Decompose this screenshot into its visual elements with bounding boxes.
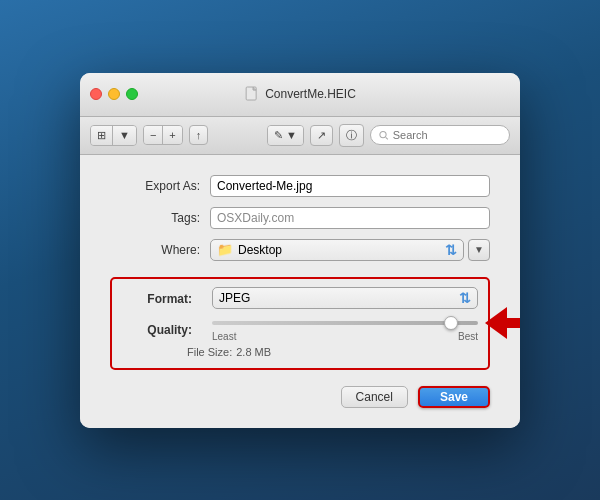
main-window: ConvertMe.HEIC ⊞ ▼ − + ↑ ✎ ▼ ↗ ⓘ xyxy=(80,73,520,428)
where-chevron-icon: ⇅ xyxy=(445,242,457,258)
red-arrow xyxy=(485,307,520,339)
arrow-shaft xyxy=(507,318,520,328)
zoom-in-button[interactable]: + xyxy=(163,126,181,144)
close-button[interactable] xyxy=(90,88,102,100)
window-title: ConvertMe.HEIC xyxy=(244,86,356,102)
view-toggle-group[interactable]: ⊞ ▼ xyxy=(90,125,137,146)
zoom-group[interactable]: − + xyxy=(143,125,183,145)
slider-thumb[interactable] xyxy=(444,316,458,330)
where-row: Where: 📁 Desktop ⇅ ▼ xyxy=(110,239,490,261)
folder-icon: 📁 xyxy=(217,242,233,257)
cancel-button[interactable]: Cancel xyxy=(341,386,408,408)
format-section: Format: JPEG ⇅ Quality: xyxy=(110,277,490,370)
tags-row: Tags: xyxy=(110,207,490,229)
save-button[interactable]: Save xyxy=(418,386,490,408)
quality-best-label: Best xyxy=(458,331,478,342)
minimize-button[interactable] xyxy=(108,88,120,100)
export-as-input[interactable] xyxy=(210,175,490,197)
search-box[interactable] xyxy=(370,125,510,145)
titlebar: ConvertMe.HEIC xyxy=(80,73,520,117)
slider-labels: Least Best xyxy=(212,331,478,342)
svg-point-1 xyxy=(380,131,386,137)
edit-button[interactable]: ✎ ▼ xyxy=(268,126,303,145)
quality-least-label: Least xyxy=(212,331,236,342)
file-size-label: File Size: xyxy=(187,346,232,358)
where-select[interactable]: 📁 Desktop ⇅ xyxy=(210,239,464,261)
svg-line-2 xyxy=(386,137,388,139)
where-select-wrap: 📁 Desktop ⇅ ▼ xyxy=(210,239,490,261)
expand-button[interactable]: ▼ xyxy=(468,239,490,261)
format-select[interactable]: JPEG ⇅ xyxy=(212,287,478,309)
export-as-row: Export As: xyxy=(110,175,490,197)
arrow-head xyxy=(485,307,507,339)
info-button[interactable]: ⓘ xyxy=(339,124,364,147)
search-icon xyxy=(379,130,389,141)
quality-slider-wrap: Least Best xyxy=(212,317,478,342)
quality-label: Quality: xyxy=(147,323,192,337)
tags-label: Tags: xyxy=(110,211,200,225)
format-value: JPEG xyxy=(219,291,250,305)
share-button[interactable]: ↑ xyxy=(189,125,209,145)
buttons-row: Cancel Save xyxy=(110,382,490,408)
where-select-inner: 📁 Desktop xyxy=(217,242,282,257)
search-input[interactable] xyxy=(393,129,501,141)
share-icon-button[interactable]: ↗ xyxy=(310,125,333,146)
list-view-button[interactable]: ▼ xyxy=(113,126,136,145)
where-value: Desktop xyxy=(238,243,282,257)
grid-view-button[interactable]: ⊞ xyxy=(91,126,113,145)
quality-slider[interactable] xyxy=(212,321,478,325)
tags-input[interactable] xyxy=(210,207,490,229)
format-label: Format: xyxy=(147,292,192,306)
file-icon xyxy=(244,86,260,102)
title-text: ConvertMe.HEIC xyxy=(265,87,356,101)
format-section-wrapper: Format: JPEG ⇅ Quality: xyxy=(110,277,490,370)
where-label: Where: xyxy=(110,243,200,257)
export-as-label: Export As: xyxy=(110,179,200,193)
format-chevron-icon: ⇅ xyxy=(459,290,471,306)
file-size-value: 2.8 MB xyxy=(236,346,271,358)
toolbar: ⊞ ▼ − + ↑ ✎ ▼ ↗ ⓘ xyxy=(80,117,520,155)
zoom-out-button[interactable]: − xyxy=(144,126,163,144)
file-size-row: File Size: 2.8 MB xyxy=(122,346,478,358)
edit-group[interactable]: ✎ ▼ xyxy=(267,125,304,146)
format-row: Format: JPEG ⇅ xyxy=(122,287,478,309)
traffic-lights xyxy=(90,88,138,100)
dialog-body: Export As: Tags: Where: 📁 Desktop ⇅ ▼ xyxy=(80,155,520,428)
maximize-button[interactable] xyxy=(126,88,138,100)
